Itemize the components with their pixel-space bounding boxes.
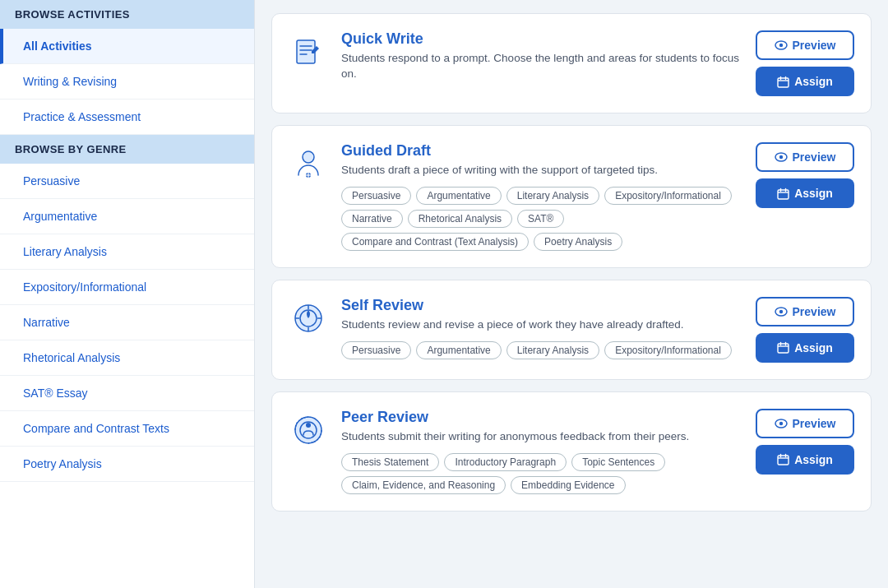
tag-compare-contrast: Compare and Contrast (Text Analysis) xyxy=(341,233,529,251)
sidebar-item-writing-revising[interactable]: Writing & Revising xyxy=(0,64,254,100)
browse-by-genre-header: BROWSE BY GENRE xyxy=(0,135,254,164)
svg-point-5 xyxy=(779,44,782,47)
self-review-assign-button[interactable]: Assign xyxy=(756,333,854,363)
sidebar: BROWSE ACTIVITIES All Activities Writing… xyxy=(0,0,255,588)
tag-sr-argumentative: Argumentative xyxy=(416,341,501,359)
tag-persuasive: Persuasive xyxy=(341,187,411,205)
tag-narrative: Narrative xyxy=(341,210,403,228)
svg-point-34 xyxy=(306,423,311,428)
peer-review-body: Peer Review Students submit their writin… xyxy=(341,409,742,494)
tag-sr-persuasive: Persuasive xyxy=(341,341,411,359)
sidebar-item-rhetorical[interactable]: Rhetorical Analysis xyxy=(0,340,254,376)
calendar-icon xyxy=(777,76,789,88)
sidebar-item-argumentative[interactable]: Argumentative xyxy=(0,199,254,234)
tag-literary-analysis: Literary Analysis xyxy=(506,187,599,205)
calendar-icon xyxy=(777,341,789,354)
sidebar-item-sat-essay[interactable]: SAT® Essay xyxy=(0,376,254,411)
tag-expository: Expository/Informational xyxy=(604,187,732,205)
tag-sr-expository: Expository/Informational xyxy=(604,341,732,359)
sidebar-item-expository[interactable]: Expository/Informational xyxy=(0,270,254,305)
self-review-actions: Preview Assign xyxy=(756,297,854,363)
sidebar-item-compare-contrast[interactable]: Compare and Contrast Texts xyxy=(0,411,254,447)
tag-sat: SAT® xyxy=(517,210,564,228)
peer-review-title: Peer Review xyxy=(341,409,742,426)
svg-point-15 xyxy=(779,155,782,159)
guided-draft-title: Guided Draft xyxy=(341,142,742,160)
quick-write-title: Quick Write xyxy=(341,30,742,48)
peer-review-icon xyxy=(289,410,328,450)
eye-icon xyxy=(775,417,788,430)
peer-review-card: Peer Review Students submit their writin… xyxy=(271,391,872,512)
sidebar-item-poetry-analysis[interactable]: Poetry Analysis xyxy=(0,447,254,482)
sidebar-item-literary-analysis[interactable]: Literary Analysis xyxy=(0,234,254,270)
tag-pr-intro: Introductory Paragraph xyxy=(444,453,567,471)
eye-icon xyxy=(775,39,788,52)
peer-review-description: Students submit their writing for anonym… xyxy=(341,429,742,445)
svg-rect-37 xyxy=(778,456,789,465)
sidebar-item-narrative[interactable]: Narrative xyxy=(0,305,254,340)
self-review-card: Self Review Students review and revise a… xyxy=(271,280,872,380)
peer-review-assign-button[interactable]: Assign xyxy=(756,445,854,475)
quick-write-icon xyxy=(289,32,328,72)
guided-draft-assign-button[interactable]: Assign xyxy=(756,178,854,208)
calendar-icon xyxy=(777,188,789,200)
quick-write-body: Quick Write Students respond to a prompt… xyxy=(341,30,742,90)
svg-rect-28 xyxy=(778,344,789,353)
tag-pr-embedding: Embedding Evidence xyxy=(511,476,625,494)
tag-poetry: Poetry Analysis xyxy=(534,233,622,251)
calendar-icon xyxy=(777,453,789,465)
self-review-tags: Persuasive Argumentative Literary Analys… xyxy=(341,341,742,359)
svg-point-36 xyxy=(779,422,782,425)
browse-activities-header: BROWSE ACTIVITIES xyxy=(0,0,254,29)
quick-write-preview-button[interactable]: Preview xyxy=(756,30,854,60)
tag-sr-literary: Literary Analysis xyxy=(506,341,599,359)
svg-point-10 xyxy=(303,151,314,163)
sidebar-item-persuasive[interactable]: Persuasive xyxy=(0,164,254,199)
activities-list: Quick Write Students respond to a prompt… xyxy=(255,0,888,588)
peer-review-tags: Thesis Statement Introductory Paragraph … xyxy=(341,453,742,494)
sidebar-item-practice-assessment[interactable]: Practice & Assessment xyxy=(0,100,254,135)
self-review-description: Students review and revise a piece of wo… xyxy=(341,317,742,333)
quick-write-actions: Preview Assign xyxy=(756,30,854,96)
quick-write-assign-button[interactable]: Assign xyxy=(756,67,854,96)
tag-rhetorical: Rhetorical Analysis xyxy=(408,210,512,228)
guided-draft-icon xyxy=(289,144,328,183)
svg-rect-16 xyxy=(778,190,789,199)
sidebar-item-all-activities[interactable]: All Activities xyxy=(0,29,254,64)
guided-draft-preview-button[interactable]: Preview xyxy=(756,142,854,172)
guided-draft-card: Guided Draft Students draft a piece of w… xyxy=(271,125,872,268)
self-review-body: Self Review Students review and revise a… xyxy=(341,297,742,359)
self-review-preview-button[interactable]: Preview xyxy=(756,297,854,326)
tag-pr-claim: Claim, Evidence, and Reasoning xyxy=(341,476,506,494)
guided-draft-actions: Preview Assign xyxy=(756,142,854,208)
peer-review-actions: Preview Assign xyxy=(756,409,854,475)
guided-draft-description: Students draft a piece of writing with t… xyxy=(341,163,742,178)
guided-draft-body: Guided Draft Students draft a piece of w… xyxy=(341,142,742,251)
self-review-icon xyxy=(289,299,328,338)
peer-review-preview-button[interactable]: Preview xyxy=(756,409,854,438)
guided-draft-tags: Persuasive Argumentative Literary Analys… xyxy=(341,187,742,251)
self-review-title: Self Review xyxy=(341,297,742,314)
eye-icon xyxy=(775,150,788,164)
quick-write-card: Quick Write Students respond to a prompt… xyxy=(271,13,872,113)
tag-pr-topic: Topic Sentences xyxy=(571,453,665,471)
tag-pr-thesis: Thesis Statement xyxy=(341,453,439,471)
quick-write-description: Students respond to a prompt. Choose the… xyxy=(341,51,742,82)
eye-icon xyxy=(775,305,788,318)
tag-argumentative: Argumentative xyxy=(416,187,501,205)
svg-rect-6 xyxy=(778,78,789,87)
svg-point-27 xyxy=(779,310,782,313)
